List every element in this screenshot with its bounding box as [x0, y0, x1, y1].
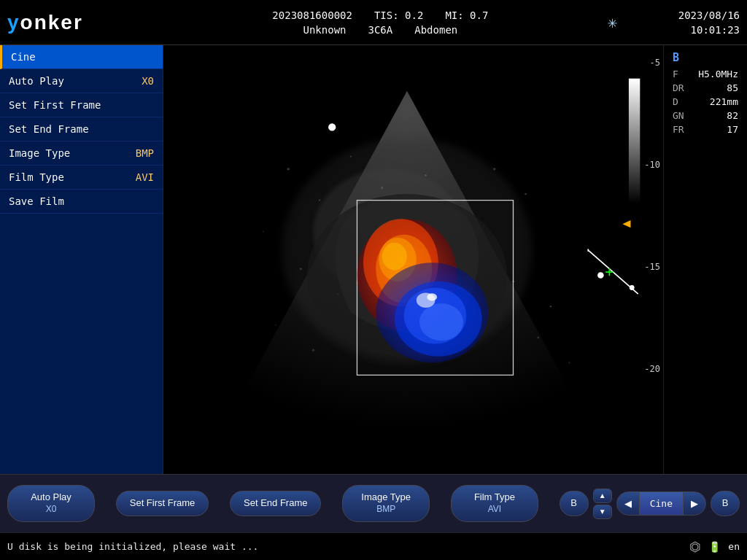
right-key-dr: DR: [673, 82, 684, 93]
cine-prev-button[interactable]: ◀: [617, 492, 639, 515]
header-info-row-top: 2023081600002 TIS: 0.2 MI: 0.7: [272, 9, 488, 21]
autoplay-label: Auto Play: [21, 491, 81, 504]
svg-point-20: [569, 362, 570, 363]
right-row-d: D 221mm: [667, 95, 744, 109]
bottom-bar: Auto Play X0 Set First Frame Set End Fra…: [0, 474, 747, 532]
nav-down-button[interactable]: ▼: [593, 505, 612, 519]
header-right: 2023/08/16 10:01:23: [623, 9, 740, 36]
svg-point-6: [381, 187, 383, 189]
right-key-gn: GN: [673, 110, 684, 121]
svg-point-17: [275, 324, 276, 326]
svg-point-7: [425, 174, 427, 176]
svg-point-30: [419, 303, 463, 341]
mi-value: MI: 0.7: [445, 9, 488, 21]
sidebar-item-imagetype[interactable]: Image Type BMP: [0, 141, 163, 166]
imagetype-sub: BMP: [356, 504, 416, 516]
probe-model: 3C6A: [368, 24, 393, 36]
usb-icon: ⏣: [689, 539, 701, 554]
sidebar-item-savefilm-label: Save Film: [9, 195, 64, 207]
sidebar-item-filmtype-label: Film Type: [9, 171, 64, 183]
right-val-dr: 85: [727, 82, 738, 93]
nav-arrows: ▲ ▼: [593, 489, 612, 519]
svg-point-19: [537, 337, 539, 339]
cine-next-button[interactable]: ▶: [684, 492, 705, 515]
sidebar-item-autoplay-label: Auto Play: [9, 75, 64, 87]
right-row-fr: FR 17: [667, 122, 744, 136]
logo: yonker: [7, 11, 139, 34]
nav-up-button[interactable]: ▲: [593, 489, 612, 503]
b-right-button[interactable]: B: [711, 491, 740, 516]
setfirst-button[interactable]: Set First Frame: [116, 491, 209, 516]
sidebar-item-filmtype[interactable]: Film Type AVI: [0, 166, 163, 190]
status-right: ⏣ 🔋 en: [689, 539, 740, 554]
right-val-d: 221mm: [710, 96, 738, 107]
sidebar-item-filmtype-value: AVI: [136, 171, 154, 183]
right-val-f: H5.0MHz: [698, 69, 738, 79]
filmtype-button[interactable]: Film Type AVI: [451, 485, 538, 521]
right-key-f: F: [673, 69, 678, 79]
patient-name: Unknown: [303, 24, 347, 36]
right-key-fr: FR: [673, 124, 684, 135]
svg-point-38: [630, 285, 635, 290]
autoplay-button[interactable]: Auto Play X0: [7, 485, 95, 521]
sidebar-item-setfirst[interactable]: Set First Frame: [0, 93, 163, 117]
logo-onker: onker: [20, 11, 83, 34]
setend-button[interactable]: Set End Frame: [230, 491, 321, 516]
cine-nav: ◀ Cine ▶: [616, 491, 706, 516]
logo-y: y: [7, 11, 20, 34]
status-bar: U disk is being initialized, please wait…: [0, 532, 747, 560]
svg-point-39: [328, 123, 336, 131]
snowflake-icon: ✳: [608, 13, 617, 31]
sidebar: Cine Auto Play X0 Set First Frame Set En…: [0, 45, 163, 474]
svg-rect-40: [629, 79, 640, 203]
right-b-label: B: [667, 51, 744, 64]
battery-icon: 🔋: [708, 541, 721, 553]
svg-point-18: [312, 349, 314, 351]
sidebar-item-autoplay-value: X0: [142, 75, 154, 87]
svg-point-4: [319, 199, 321, 201]
region-label: Abdomen: [414, 24, 457, 36]
setfirst-label: Set First Frame: [130, 497, 196, 510]
svg-point-5: [350, 156, 352, 158]
right-row-gn: GN 82: [667, 109, 744, 122]
filmtype-label: Film Type: [465, 491, 525, 504]
svg-point-26: [382, 243, 407, 271]
right-row-f: F H5.0MHz: [667, 67, 744, 81]
svg-point-32: [427, 293, 437, 300]
header-center: 2023081600002 TIS: 0.2 MI: 0.7 Unknown 3…: [153, 9, 608, 36]
imagetype-label: Image Type: [356, 491, 416, 504]
svg-point-9: [493, 168, 495, 170]
right-row-dr: DR 85: [667, 81, 744, 95]
sidebar-item-cine-label: Cine: [11, 51, 36, 63]
svg-point-3: [287, 168, 290, 170]
right-val-gn: 82: [727, 110, 738, 121]
sidebar-item-setfirst-label: Set First Frame: [9, 99, 101, 111]
lang-label: en: [728, 541, 740, 552]
sidebar-item-imagetype-value: BMP: [136, 147, 154, 159]
tis-value: TIS: 0.2: [374, 9, 423, 21]
sidebar-item-imagetype-label: Image Type: [9, 147, 70, 159]
svg-point-12: [300, 268, 302, 270]
sidebar-item-autoplay[interactable]: Auto Play X0: [0, 69, 163, 93]
filmtype-sub: AVI: [465, 504, 525, 516]
ultrasound-image: [163, 45, 663, 474]
status-message: U disk is being initialized, please wait…: [7, 541, 258, 552]
cine-nav-group: B ▲ ▼ ◀ Cine ▶ B: [560, 489, 740, 519]
autoplay-sub: X0: [21, 504, 81, 516]
header: yonker 2023081600002 TIS: 0.2 MI: 0.7 Un…: [0, 0, 747, 45]
svg-point-16: [550, 306, 552, 308]
sidebar-item-setend[interactable]: Set End Frame: [0, 117, 163, 141]
b-left-button[interactable]: B: [560, 491, 589, 516]
imagetype-button[interactable]: Image Type BMP: [342, 485, 430, 521]
sidebar-item-setend-label: Set End Frame: [9, 123, 89, 135]
main-area: Cine Auto Play X0 Set First Frame Set En…: [0, 45, 747, 474]
header-right-group: ✳ 2023/08/16 10:01:23: [608, 9, 740, 36]
date-label: 2023/08/16: [678, 9, 740, 21]
sidebar-item-cine[interactable]: Cine: [0, 45, 163, 69]
right-key-d: D: [673, 96, 678, 107]
sidebar-item-savefilm[interactable]: Save Film: [0, 190, 163, 214]
cine-label: Cine: [639, 492, 684, 515]
time-label: 10:01:23: [691, 24, 740, 36]
header-info-row-bottom: Unknown 3C6A Abdomen: [303, 24, 458, 36]
study-id: 2023081600002: [272, 9, 352, 21]
